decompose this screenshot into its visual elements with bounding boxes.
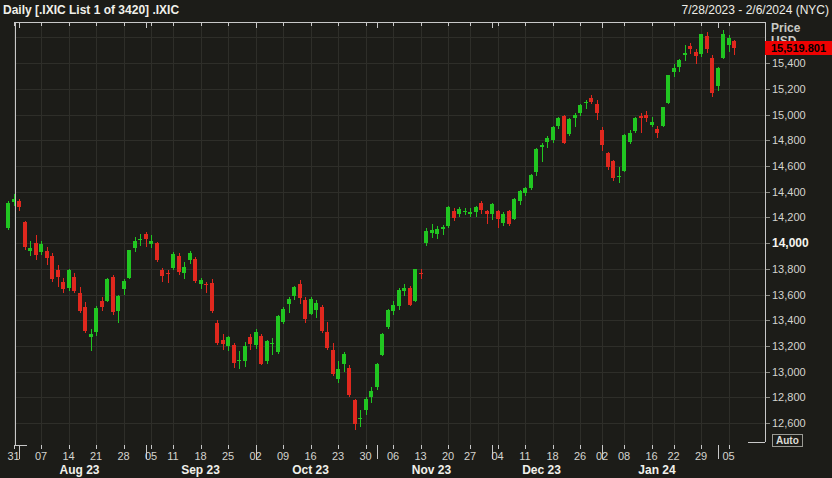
candle-body xyxy=(303,300,307,320)
candle-body xyxy=(6,203,10,228)
price-tick-label: 13,200 xyxy=(772,340,806,352)
date-tick-label: 09 xyxy=(277,450,289,462)
candle-body xyxy=(694,52,698,57)
candle-body xyxy=(622,135,626,172)
date-tick-label: 25 xyxy=(222,450,234,462)
candle-body xyxy=(655,129,659,133)
candle-body xyxy=(523,188,527,193)
candle-body xyxy=(320,307,324,331)
candle-body xyxy=(232,345,236,364)
date-tick-label: 30 xyxy=(359,450,371,462)
candle-body xyxy=(710,58,714,93)
month-label: Aug 23 xyxy=(59,463,99,477)
candle-body xyxy=(562,116,566,143)
candle-body xyxy=(639,116,643,119)
candle-body xyxy=(127,250,131,278)
candle-body xyxy=(529,175,533,188)
date-tick-label: 07 xyxy=(35,450,47,462)
date-tick-label: 31 xyxy=(7,450,19,462)
candle-body xyxy=(144,234,148,239)
candle-body xyxy=(391,305,395,311)
price-tick-label: 12,800 xyxy=(772,391,806,403)
candle-body xyxy=(721,34,725,58)
candle-body xyxy=(94,308,98,332)
candle-body xyxy=(617,176,621,177)
candle-body xyxy=(50,256,54,279)
candle-body xyxy=(325,332,329,348)
candle-body xyxy=(292,287,296,296)
candle-body xyxy=(259,336,263,364)
candle-body xyxy=(72,277,76,291)
candle-body xyxy=(78,293,82,310)
date-tick-label: 13 xyxy=(414,450,426,462)
candle-body xyxy=(39,244,43,252)
candle-body xyxy=(237,360,241,362)
candle-body xyxy=(688,46,692,48)
candle-body xyxy=(342,354,346,364)
candle-body xyxy=(226,337,230,346)
candle-body xyxy=(397,290,401,307)
month-label: Dec 23 xyxy=(522,463,561,477)
date-tick-label: 16 xyxy=(645,450,657,462)
candle-body xyxy=(661,107,665,126)
price-tick-label: 15,000 xyxy=(772,109,806,121)
candle-body xyxy=(512,199,516,218)
auto-scale-button[interactable]: Auto xyxy=(772,434,803,447)
candle-body xyxy=(149,241,153,245)
price-tick-label: 13,600 xyxy=(772,289,806,301)
candle-body xyxy=(683,53,687,56)
candle-body xyxy=(331,350,335,374)
candle-body xyxy=(666,75,670,103)
price-tick-label: 13,800 xyxy=(772,263,806,275)
candle-body xyxy=(672,68,676,72)
date-tick-label: 27 xyxy=(464,450,476,462)
date-tick-label: 05 xyxy=(145,450,157,462)
candle-body xyxy=(677,60,681,67)
candle-body xyxy=(199,280,203,284)
candle-body xyxy=(248,337,252,344)
candle-body xyxy=(556,118,560,126)
candle-body xyxy=(595,104,599,113)
candle-body xyxy=(276,316,280,352)
candle-body xyxy=(578,105,582,113)
month-label: Oct 23 xyxy=(292,463,329,477)
date-tick-label: 26 xyxy=(574,450,586,462)
candle-body xyxy=(457,209,461,214)
candle-body xyxy=(507,211,511,224)
chart-window: Daily [.IXIC List 1 of 3420] .IXIC 7/28/… xyxy=(0,0,832,478)
price-tick-label: 15,200 xyxy=(772,83,806,95)
candle-body xyxy=(177,256,181,272)
candle-body xyxy=(204,284,208,285)
candle-body xyxy=(402,288,406,291)
candle-body xyxy=(215,323,219,343)
candle-body xyxy=(61,282,65,289)
candle-body xyxy=(221,340,225,345)
candle-body xyxy=(490,204,494,214)
candle-body xyxy=(452,211,456,218)
date-tick-label: 02 xyxy=(596,450,608,462)
candle-body xyxy=(314,303,318,310)
candle-body xyxy=(17,201,21,207)
date-tick-label: 23 xyxy=(332,450,344,462)
candle-body xyxy=(413,269,417,301)
candle-body xyxy=(424,231,428,243)
candle-body xyxy=(243,346,247,362)
candle-body xyxy=(716,68,720,86)
date-tick-label: 04 xyxy=(491,450,503,462)
candlestick-chart[interactable] xyxy=(0,0,832,478)
candle-body xyxy=(133,241,137,249)
candle-body xyxy=(210,283,214,311)
price-tick-label: 14,000 xyxy=(772,237,809,249)
candle-body xyxy=(138,239,142,240)
candle-body xyxy=(518,191,522,201)
month-label: Nov 23 xyxy=(412,463,451,477)
candle-body xyxy=(633,118,637,131)
candle-body xyxy=(732,41,736,47)
candle-body xyxy=(463,211,467,212)
candle-body xyxy=(435,229,439,235)
month-label: Jan 24 xyxy=(638,463,675,477)
date-tick-label: 20 xyxy=(442,450,454,462)
candle-body xyxy=(705,36,709,49)
date-tick-label: 21 xyxy=(90,450,102,462)
candle-body xyxy=(540,145,544,147)
